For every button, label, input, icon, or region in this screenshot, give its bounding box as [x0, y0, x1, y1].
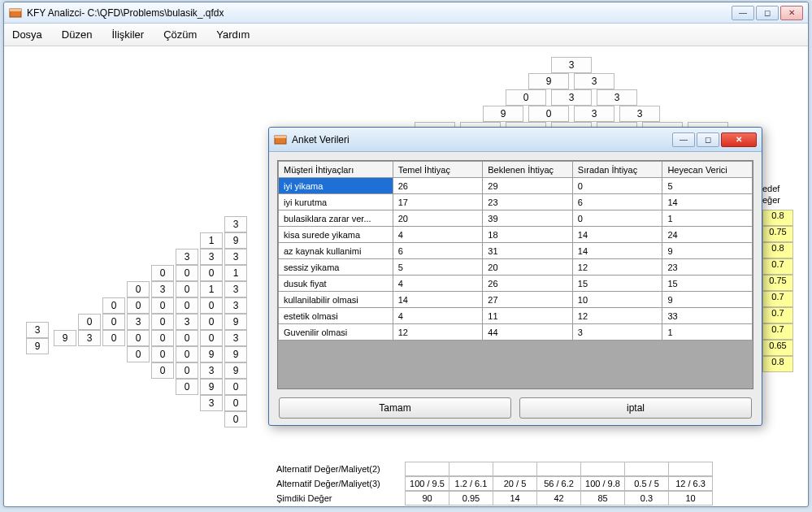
grid-row[interactable]: estetik olmasi4111233: [279, 308, 753, 324]
grid-cell[interactable]: iyi kurutma: [279, 194, 393, 210]
grid-row[interactable]: sessiz yikama5201223: [279, 259, 753, 276]
roof-left-cell: 0: [200, 297, 223, 314]
grid-row[interactable]: bulasiklara zarar ver...203901: [279, 210, 753, 227]
dialog-titlebar[interactable]: Anket Verileri — ◻ ✕: [269, 128, 762, 152]
dialog-close-button[interactable]: ✕: [721, 132, 757, 147]
grid-cell[interactable]: 1: [662, 324, 753, 341]
grid-cell[interactable]: 15: [662, 276, 753, 292]
grid-cell[interactable]: 4: [393, 308, 483, 324]
grid-cell[interactable]: 26: [393, 178, 483, 194]
anket-grid[interactable]: Müşteri İhtiyaçlarıTemel İhtiyaçBeklenen…: [278, 161, 753, 341]
grid-cell[interactable]: 10: [572, 292, 662, 308]
grid-cell[interactable]: 44: [483, 324, 573, 341]
main-titlebar[interactable]: KFY Analizci- C:\QFD\Problems\bulasik_.q…: [4, 2, 808, 24]
summary-cell: 12 / 6.3: [668, 476, 713, 491]
hedef-deger-cell: 0.75: [762, 226, 793, 242]
roof-left-cell: 3: [200, 249, 223, 265]
summary-cell: 0.95: [449, 491, 493, 505]
main-max-button[interactable]: ◻: [756, 6, 779, 20]
menu-duzen[interactable]: Düzen: [62, 28, 93, 41]
grid-cell[interactable]: 39: [483, 210, 573, 227]
roof-left-cell: 0: [127, 297, 150, 314]
grid-cell[interactable]: 23: [662, 259, 753, 276]
roof-top-cell: 3: [551, 89, 592, 106]
grid-cell[interactable]: 14: [662, 194, 753, 210]
grid-cell[interactable]: dusuk fiyat: [279, 276, 393, 292]
grid-cell[interactable]: 5: [662, 178, 753, 194]
main-title: KFY Analizci- C:\QFD\Problems\bulasik_.q…: [27, 7, 224, 19]
grid-header[interactable]: Heyecan Verici: [662, 162, 753, 178]
dialog-min-button[interactable]: —: [672, 132, 695, 147]
menu-cozum[interactable]: Çözüm: [163, 28, 197, 41]
grid-cell[interactable]: 9: [662, 292, 753, 308]
grid-cell[interactable]: iyi yikama: [279, 178, 393, 194]
grid-cell[interactable]: 17: [393, 194, 483, 210]
grid-cell[interactable]: 26: [483, 276, 573, 292]
grid-row[interactable]: kullanilabilir olmasi1427109: [279, 292, 753, 308]
grid-cell[interactable]: 4: [393, 276, 483, 292]
grid-cell[interactable]: 20: [483, 259, 573, 276]
grid-cell[interactable]: bulasiklara zarar ver...: [279, 210, 393, 227]
grid-cell[interactable]: 0: [572, 210, 662, 227]
grid-row[interactable]: iyi yikama262905: [279, 178, 753, 194]
grid-cell[interactable]: 23: [483, 194, 573, 210]
grid-cell[interactable]: 5: [393, 259, 483, 276]
grid-cell[interactable]: Guvenilir olmasi: [279, 324, 393, 341]
grid-cell[interactable]: 11: [483, 308, 573, 324]
dialog-icon: [274, 133, 287, 146]
grid-cell[interactable]: kisa surede yikama: [279, 227, 393, 243]
roof-left-cell: 1: [224, 265, 247, 281]
roof-left-cell: 0: [176, 281, 198, 297]
menu-yardim[interactable]: Yardım: [216, 28, 250, 41]
grid-cell[interactable]: 0: [572, 178, 662, 194]
grid-cell[interactable]: 6: [393, 243, 483, 259]
summary-cell: 42: [536, 491, 581, 505]
grid-row[interactable]: dusuk fiyat4261515: [279, 276, 753, 292]
grid-cell[interactable]: 12: [572, 259, 662, 276]
roof-top-cell: 3: [574, 73, 614, 89]
grid-cell[interactable]: 24: [662, 227, 753, 243]
grid-header[interactable]: Beklenen İhtiyaç: [483, 162, 573, 178]
dialog-max-button[interactable]: ◻: [697, 132, 719, 147]
grid-cell[interactable]: 14: [572, 227, 662, 243]
grid-row[interactable]: kisa surede yikama4181424: [279, 227, 753, 243]
grid-cell[interactable]: kullanilabilir olmasi: [279, 292, 393, 308]
grid-cell[interactable]: 6: [572, 194, 662, 210]
grid-row[interactable]: az kaynak kullanimi631149: [279, 243, 753, 259]
grid-cell[interactable]: 29: [483, 178, 573, 194]
grid-cell[interactable]: az kaynak kullanimi: [279, 243, 393, 259]
ok-button[interactable]: Tamam: [279, 397, 511, 419]
grid-cell[interactable]: 33: [662, 308, 753, 324]
cancel-button[interactable]: iptal: [519, 397, 752, 419]
grid-cell[interactable]: 9: [662, 243, 753, 259]
grid-cell[interactable]: estetik olmasi: [279, 308, 393, 324]
roof-left-cell: 3: [224, 249, 247, 265]
grid-cell[interactable]: 31: [483, 243, 573, 259]
roof-top-cell: 9: [528, 73, 569, 89]
grid-cell[interactable]: 3: [572, 324, 662, 341]
grid-cell[interactable]: 18: [483, 227, 573, 243]
grid-cell[interactable]: 12: [572, 308, 662, 324]
summary-row-label: Şimdiki Değer: [275, 493, 405, 503]
summary-cell: [580, 462, 625, 476]
grid-cell[interactable]: 1: [662, 210, 753, 227]
menu-iliskiler[interactable]: İlişkiler: [111, 28, 144, 41]
grid-header[interactable]: Temel İhtiyaç: [393, 162, 483, 178]
grid-header[interactable]: Müşteri İhtiyaçları: [279, 162, 393, 178]
grid-cell[interactable]: 15: [572, 276, 662, 292]
grid-cell[interactable]: 20: [393, 210, 483, 227]
hedef-deger-cell: 0.7: [762, 291, 793, 307]
main-min-button[interactable]: —: [732, 6, 754, 20]
grid-cell[interactable]: 4: [393, 227, 483, 243]
main-close-button[interactable]: ✕: [780, 6, 803, 20]
grid-row[interactable]: Guvenilir olmasi124431: [279, 324, 753, 341]
grid-cell[interactable]: 27: [483, 292, 573, 308]
hedef-deger-cell: 0.8: [762, 242, 793, 258]
menu-dosya[interactable]: Dosya: [12, 28, 42, 41]
grid-cell[interactable]: 12: [393, 324, 483, 341]
grid-row[interactable]: iyi kurutma1723614: [279, 194, 753, 210]
grid-cell[interactable]: 14: [572, 243, 662, 259]
grid-header[interactable]: Sıradan İhtiyaç: [572, 162, 662, 178]
grid-cell[interactable]: 14: [393, 292, 483, 308]
grid-cell[interactable]: sessiz yikama: [279, 259, 393, 276]
